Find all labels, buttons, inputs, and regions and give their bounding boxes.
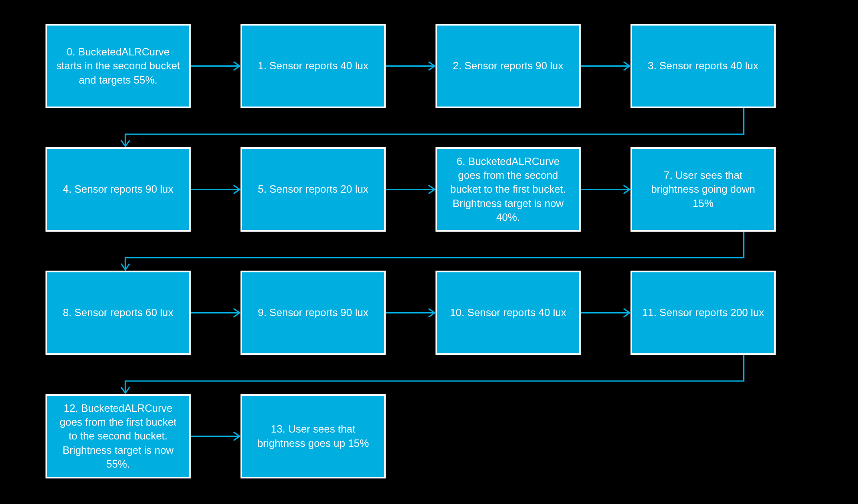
flow-node-label: 2. Sensor reports 90 lux xyxy=(453,59,563,73)
flow-node-n8: 8. Sensor reports 60 lux xyxy=(46,271,191,355)
flow-node-n13: 13. User sees that brightness goes up 15… xyxy=(240,394,386,478)
flow-node-label: 5. Sensor reports 20 lux xyxy=(258,182,368,196)
flow-node-label: 10. Sensor reports 40 lux xyxy=(450,306,566,320)
flow-diagram: 0. BucketedALRCurve starts in the second… xyxy=(0,0,858,504)
flow-node-n2: 2. Sensor reports 90 lux xyxy=(436,24,581,108)
flow-node-label: 13. User sees that brightness goes up 15… xyxy=(250,422,376,450)
flow-node-n11: 11. Sensor reports 200 lux xyxy=(630,271,776,355)
flow-node-n6: 6. BucketedALRCurve goes from the second… xyxy=(436,147,581,232)
flow-node-n9: 9. Sensor reports 90 lux xyxy=(240,271,386,355)
flow-node-label: 9. Sensor reports 90 lux xyxy=(258,306,368,320)
flow-node-label: 3. Sensor reports 40 lux xyxy=(648,59,758,73)
flow-node-label: 11. Sensor reports 200 lux xyxy=(642,306,764,320)
flow-node-n4: 4. Sensor reports 90 lux xyxy=(46,147,191,232)
flow-node-n7: 7. User sees that brightness going down … xyxy=(630,147,776,232)
flow-node-n0: 0. BucketedALRCurve starts in the second… xyxy=(46,24,191,108)
flow-node-label: 0. BucketedALRCurve starts in the second… xyxy=(55,45,181,87)
flow-node-n1: 1. Sensor reports 40 lux xyxy=(240,24,386,108)
flow-node-n5: 5. Sensor reports 20 lux xyxy=(240,147,386,232)
flow-node-n3: 3. Sensor reports 40 lux xyxy=(630,24,776,108)
flow-node-label: 1. Sensor reports 40 lux xyxy=(258,59,368,73)
flow-node-label: 4. Sensor reports 90 lux xyxy=(63,182,173,196)
flow-node-n12: 12. BucketedALRCurve goes from the first… xyxy=(46,394,191,478)
flow-node-n10: 10. Sensor reports 40 lux xyxy=(436,271,581,355)
flow-node-label: 12. BucketedALRCurve goes from the first… xyxy=(55,401,181,472)
flow-node-label: 6. BucketedALRCurve goes from the second… xyxy=(445,155,571,225)
flow-node-label: 7. User sees that brightness going down … xyxy=(640,168,766,210)
flow-node-label: 8. Sensor reports 60 lux xyxy=(63,306,173,320)
